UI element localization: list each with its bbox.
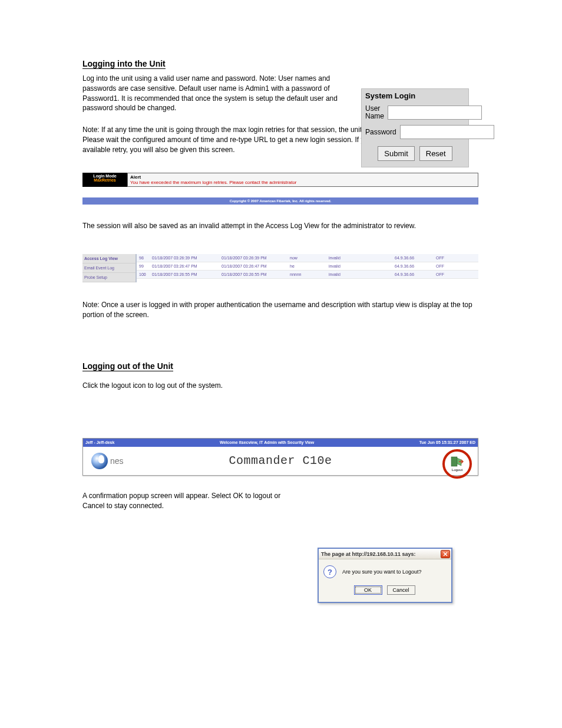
alert-title: Alert bbox=[130, 174, 475, 180]
cell-off: OFF bbox=[434, 262, 457, 270]
cell-user: nnnnn bbox=[287, 271, 326, 278]
commander-topbar: Jeff - Jeff-desk Welcome itsecview, IT A… bbox=[83, 439, 478, 447]
reset-button[interactable]: Reset bbox=[419, 146, 452, 161]
nav-access-log-view[interactable]: Access Log View bbox=[82, 254, 135, 263]
copyright-text: Copyright © 2007 American Fibertek, Inc.… bbox=[230, 199, 332, 203]
dialog-title: The page at http://192.168.10.11 says: bbox=[321, 551, 416, 557]
login-mode-badge: Login Mode MaxRetries bbox=[82, 173, 127, 187]
commander-body: nes Commander C10e Logout bbox=[83, 447, 478, 475]
table-row: 98 01/18/2007 03:26:39 PM 01/18/2007 03:… bbox=[137, 254, 478, 262]
password-input[interactable] bbox=[400, 125, 494, 139]
max-retries-label: MaxRetries bbox=[82, 178, 127, 183]
dialog-titlebar: The page at http://192.168.10.11 says: bbox=[319, 549, 451, 559]
log-nav: Access Log View Email Event Log Probe Se… bbox=[82, 254, 137, 282]
cell-date1: 01/18/2007 03:26:47 PM bbox=[150, 262, 219, 270]
ok-button[interactable]: OK bbox=[354, 585, 382, 595]
username-label: User Name bbox=[365, 105, 384, 120]
username-input[interactable] bbox=[388, 106, 482, 120]
table-row: 100 01/18/2007 03:26:55 PM 01/18/2007 03… bbox=[137, 271, 478, 279]
logout-icon[interactable] bbox=[451, 456, 464, 467]
login-panel-title: System Login bbox=[362, 89, 468, 103]
cell-date2: 01/18/2007 03:26:39 PM bbox=[219, 254, 287, 262]
cell-ip: 64.9.36.66 bbox=[392, 254, 434, 262]
cell-user: he bbox=[287, 262, 326, 270]
submit-button[interactable]: Submit bbox=[378, 146, 414, 161]
red-circle-annotation: Logout bbox=[442, 449, 472, 479]
cell-id: 99 bbox=[137, 262, 150, 270]
logout-para: Click the logout icon to log out of the … bbox=[82, 381, 478, 391]
dialog-message: Are you sure you want to Logout? bbox=[342, 569, 422, 575]
cell-status: invalid bbox=[326, 262, 392, 270]
note-welcome: Note: Once a user is logged in with prop… bbox=[82, 300, 478, 320]
topbar-center: Welcome itsecview, IT Admin with Securit… bbox=[220, 440, 314, 444]
svg-rect-0 bbox=[451, 457, 457, 466]
footer-bar: Copyright © 2007 American Fibertek, Inc.… bbox=[82, 197, 478, 205]
cell-off: OFF bbox=[434, 254, 457, 262]
topbar-left: Jeff - Jeff-desk bbox=[85, 440, 114, 444]
commander-header: Jeff - Jeff-desk Welcome itsecview, IT A… bbox=[82, 438, 478, 476]
logo-text: nes bbox=[110, 456, 124, 466]
password-label: Password bbox=[365, 129, 396, 136]
cell-id: 100 bbox=[137, 271, 150, 278]
cell-status: invalid bbox=[326, 271, 392, 278]
sphere-icon bbox=[91, 453, 108, 469]
section-title-logout: Logging out of the Unit bbox=[82, 361, 173, 371]
cancel-button[interactable]: Cancel bbox=[387, 585, 415, 595]
access-log-section: Access Log View Email Event Log Probe Se… bbox=[82, 254, 478, 282]
commander-title: Commander C10e bbox=[229, 454, 332, 467]
cell-date2: 01/18/2007 03:26:47 PM bbox=[219, 262, 287, 270]
cell-date1: 01/18/2007 03:26:39 PM bbox=[150, 254, 219, 262]
table-row: 99 01/18/2007 03:26:47 PM 01/18/2007 03:… bbox=[137, 262, 478, 271]
alert-strip: Login Mode MaxRetries Alert You have exe… bbox=[82, 173, 478, 205]
cell-id: 98 bbox=[137, 254, 150, 262]
cell-off: OFF bbox=[434, 271, 457, 278]
login-mode-label: Login Mode bbox=[82, 174, 127, 179]
cell-ip: 64.9.36.66 bbox=[392, 271, 434, 278]
dialog-caption: A confirmation popup screen will appear.… bbox=[82, 491, 302, 511]
logout-confirm-dialog: The page at http://192.168.10.11 says: ?… bbox=[318, 548, 452, 603]
access-log-table: 98 01/18/2007 03:26:39 PM 01/18/2007 03:… bbox=[137, 254, 478, 282]
topbar-right: Tue Jun 05 15:31:27 2007 ED bbox=[419, 440, 475, 444]
alert-box: Alert You have execeded the maximum logi… bbox=[127, 173, 478, 187]
session-log-para: The session will also be saved as an inv… bbox=[82, 221, 478, 231]
login-intro-para: Log into the unit using a valid user nam… bbox=[82, 74, 342, 113]
nav-email-event-log[interactable]: Email Event Log bbox=[82, 263, 135, 273]
cell-date2: 01/18/2007 03:26:55 PM bbox=[219, 271, 287, 278]
alert-message: You have execeded the maximum login retr… bbox=[130, 180, 475, 185]
cell-date1: 01/18/2007 03:26:55 PM bbox=[150, 271, 219, 278]
vnes-logo: nes bbox=[91, 453, 124, 469]
cell-status: invalid bbox=[326, 254, 392, 262]
question-icon: ? bbox=[323, 565, 336, 578]
cell-ip: 64.9.36.66 bbox=[392, 262, 434, 270]
system-login-panel: System Login User Name Password Submit R… bbox=[361, 88, 469, 167]
section-title-login: Logging into the Unit bbox=[82, 59, 166, 69]
logout-highlight: Logout bbox=[442, 449, 472, 479]
cell-user: now bbox=[287, 254, 326, 262]
close-icon[interactable] bbox=[441, 550, 450, 558]
nav-probe-setup[interactable]: Probe Setup bbox=[82, 273, 135, 282]
logout-label: Logout bbox=[452, 468, 462, 472]
